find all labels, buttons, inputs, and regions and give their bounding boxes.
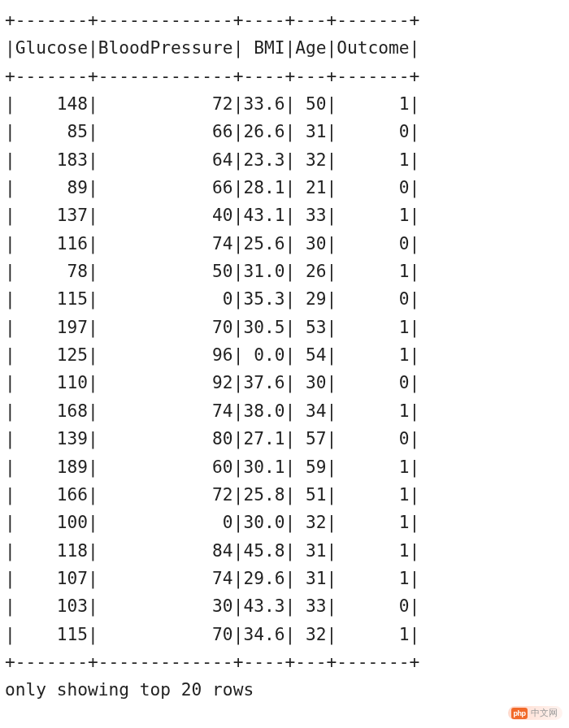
site-watermark: php 中文网 (508, 706, 562, 720)
watermark-label: 中文网 (531, 707, 558, 719)
php-logo-icon: php (511, 708, 528, 719)
ascii-table: +-------+-------------+----+---+-------+… (0, 0, 569, 704)
